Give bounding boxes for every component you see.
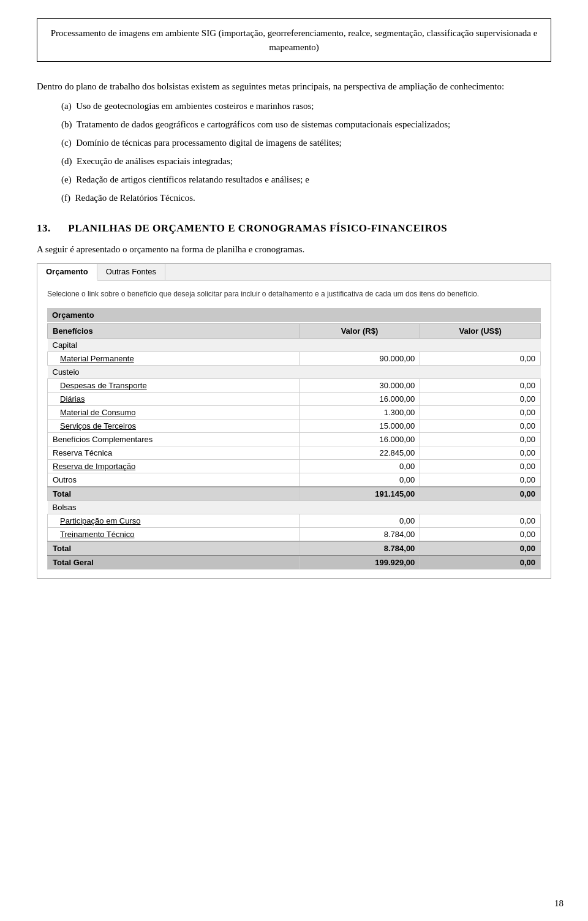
th-valor-rs: Valor (R$) bbox=[299, 323, 420, 338]
list-item-d: (d) Execução de análises espaciais integ… bbox=[61, 154, 551, 168]
list-item-f: (f) Redação de Relatórios Técnicos. bbox=[61, 190, 551, 205]
table-row: Diárias 16.000,00 0,00 bbox=[48, 392, 541, 405]
table-header-row: Benefícios Valor (R$) Valor (US$) bbox=[48, 323, 541, 338]
material-permanente-name[interactable]: Material Permanente bbox=[48, 351, 300, 365]
material-consumo-rs: 1.300,00 bbox=[299, 405, 420, 419]
section-title-text: PLANILHAS DE ORÇAMENTO E CRONOGRAMAS FÍS… bbox=[68, 222, 447, 234]
despesas-transporte-us: 0,00 bbox=[420, 378, 541, 392]
material-permanente-rs: 90.000,00 bbox=[299, 351, 420, 365]
tab-outras-fontes[interactable]: Outras Fontes bbox=[97, 264, 165, 280]
total-us: 0,00 bbox=[420, 487, 541, 501]
table-row: Serviços de Terceiros 15.000,00 0,00 bbox=[48, 419, 541, 432]
total-bolsas-label: Total bbox=[48, 541, 300, 555]
total-bolsas-rs: 8.784,00 bbox=[299, 541, 420, 555]
servicos-terceiros-rs: 15.000,00 bbox=[299, 419, 420, 432]
list-text-b: Tratamento de dados geográficos e cartog… bbox=[77, 119, 451, 129]
tab-orcamento-label: Orçamento bbox=[46, 267, 88, 276]
outros-rs: 0,00 bbox=[299, 473, 420, 487]
beneficios-complementares-name: Benefícios Complementares bbox=[48, 432, 300, 446]
budget-container: Orçamento Outras Fontes Selecione o link… bbox=[37, 263, 551, 579]
table-row: Despesas de Transporte 30.000,00 0,00 bbox=[48, 378, 541, 392]
table-row: Material Permanente 90.000,00 0,00 bbox=[48, 351, 541, 365]
total-label: Total bbox=[48, 487, 300, 501]
treinamento-tecnico-name[interactable]: Treinamento Técnico bbox=[48, 527, 300, 541]
list-label-f: (f) bbox=[61, 193, 75, 203]
servicos-terceiros-us: 0,00 bbox=[420, 419, 541, 432]
section-custeio-label: Custeio bbox=[48, 365, 541, 378]
page: Processamento de imagens em ambiente SIG… bbox=[0, 0, 588, 921]
list-label-a: (a) bbox=[61, 101, 76, 111]
total-row: Total 191.145,00 0,00 bbox=[48, 487, 541, 501]
reserva-tecnica-name: Reserva Técnica bbox=[48, 446, 300, 459]
budget-table: Benefícios Valor (R$) Valor (US$) Capita… bbox=[47, 323, 541, 570]
list-text-d: Execução de análises espaciais integrada… bbox=[77, 156, 233, 166]
list-item-a: (a) Uso de geotecnologias em ambientes c… bbox=[61, 99, 551, 113]
list-text-e: Redação de artigos científicos relatando… bbox=[76, 175, 309, 184]
list-label-e: (e) bbox=[61, 175, 76, 184]
material-consumo-us: 0,00 bbox=[420, 405, 541, 419]
material-permanente-us: 0,00 bbox=[420, 351, 541, 365]
table-row: Reserva Técnica 22.845,00 0,00 bbox=[48, 446, 541, 459]
page-number: 18 bbox=[554, 898, 564, 909]
diarias-rs: 16.000,00 bbox=[299, 392, 420, 405]
list-label-c: (c) bbox=[61, 138, 76, 148]
total-rs: 191.145,00 bbox=[299, 487, 420, 501]
total-bolsas-row: Total 8.784,00 0,00 bbox=[48, 541, 541, 555]
list-text-f: Redação de Relatórios Técnicos. bbox=[75, 193, 195, 203]
reserva-tecnica-rs: 22.845,00 bbox=[299, 446, 420, 459]
section-bolsas-label: Bolsas bbox=[48, 500, 541, 514]
list-section: (a) Uso de geotecnologias em ambientes c… bbox=[37, 99, 551, 205]
diarias-name[interactable]: Diárias bbox=[48, 392, 300, 405]
reserva-importacao-rs: 0,00 bbox=[299, 459, 420, 473]
total-geral-label: Total Geral bbox=[48, 555, 300, 570]
header-text: Processamento de imagens em ambiente SIG… bbox=[51, 28, 538, 52]
reserva-importacao-us: 0,00 bbox=[420, 459, 541, 473]
despesas-transporte-name[interactable]: Despesas de Transporte bbox=[48, 378, 300, 392]
table-row: Material de Consumo 1.300,00 0,00 bbox=[48, 405, 541, 419]
custeio-label: Custeio bbox=[48, 365, 541, 378]
list-item-e: (e) Redação de artigos científicos relat… bbox=[61, 172, 551, 187]
section-capital-label: Capital bbox=[48, 338, 541, 351]
list-label-d: (d) bbox=[61, 156, 77, 166]
despesas-transporte-rs: 30.000,00 bbox=[299, 378, 420, 392]
section-title: 13. PLANILHAS DE ORÇAMENTO E CRONOGRAMAS… bbox=[37, 222, 551, 235]
treinamento-tecnico-us: 0,00 bbox=[420, 527, 541, 541]
diarias-us: 0,00 bbox=[420, 392, 541, 405]
bolsas-label: Bolsas bbox=[48, 500, 541, 514]
treinamento-tecnico-rs: 8.784,00 bbox=[299, 527, 420, 541]
total-bolsas-us: 0,00 bbox=[420, 541, 541, 555]
participacao-curso-rs: 0,00 bbox=[299, 514, 420, 527]
material-consumo-name[interactable]: Material de Consumo bbox=[48, 405, 300, 419]
tab-orcamento[interactable]: Orçamento bbox=[37, 264, 97, 280]
capital-label: Capital bbox=[48, 338, 541, 351]
table-row: Benefícios Complementares 16.000,00 0,00 bbox=[48, 432, 541, 446]
participacao-curso-name[interactable]: Participação em Curso bbox=[48, 514, 300, 527]
servicos-terceiros-name[interactable]: Serviços de Terceiros bbox=[48, 419, 300, 432]
section-intro: A seguir é apresentado o orçamento na fo… bbox=[37, 244, 551, 255]
total-geral-us: 0,00 bbox=[420, 555, 541, 570]
tab-bar: Orçamento Outras Fontes bbox=[37, 264, 551, 280]
list-item-b: (b) Tratamento de dados geográficos e ca… bbox=[61, 117, 551, 132]
list-text-a: Uso de geotecnologias em ambientes coste… bbox=[76, 101, 314, 111]
tab-outras-fontes-label: Outras Fontes bbox=[106, 267, 156, 276]
table-row: Participação em Curso 0,00 0,00 bbox=[48, 514, 541, 527]
outros-us: 0,00 bbox=[420, 473, 541, 487]
beneficios-complementares-rs: 16.000,00 bbox=[299, 432, 420, 446]
header-box: Processamento de imagens em ambiente SIG… bbox=[37, 18, 551, 62]
section-number: 13. bbox=[37, 222, 51, 234]
table-row: Treinamento Técnico 8.784,00 0,00 bbox=[48, 527, 541, 541]
table-row: Outros 0,00 0,00 bbox=[48, 473, 541, 487]
participacao-curso-us: 0,00 bbox=[420, 514, 541, 527]
total-geral-rs: 199.929,00 bbox=[299, 555, 420, 570]
th-valor-us: Valor (US$) bbox=[420, 323, 541, 338]
reserva-importacao-name[interactable]: Reserva de Importação bbox=[48, 459, 300, 473]
budget-instruction: Selecione o link sobre o benefício que d… bbox=[47, 289, 541, 299]
beneficios-complementares-us: 0,00 bbox=[420, 432, 541, 446]
th-beneficios: Benefícios bbox=[48, 323, 300, 338]
intro-paragraph: Dentro do plano de trabalho dos bolsista… bbox=[37, 79, 551, 94]
total-geral-row: Total Geral 199.929,00 0,00 bbox=[48, 555, 541, 570]
outros-name: Outros bbox=[48, 473, 300, 487]
budget-section-header: Orçamento bbox=[47, 308, 541, 322]
budget-inner: Selecione o link sobre o benefício que d… bbox=[37, 280, 551, 578]
table-row: Reserva de Importação 0,00 0,00 bbox=[48, 459, 541, 473]
